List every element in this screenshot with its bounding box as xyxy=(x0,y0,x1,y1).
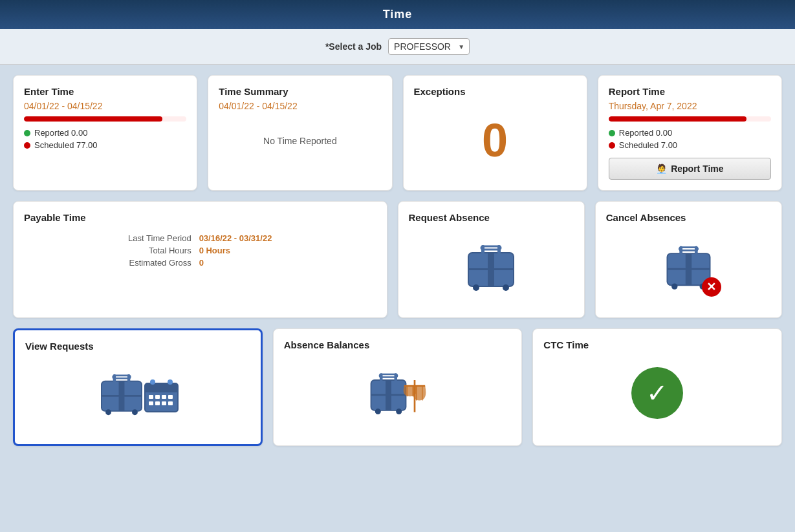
svg-rect-19 xyxy=(127,374,130,382)
cancel-absences-icon-group: ✕ xyxy=(661,240,716,294)
svg-rect-3 xyxy=(497,245,501,254)
app-title: Time xyxy=(383,8,413,21)
svg-rect-31 xyxy=(149,401,153,405)
top-row: Enter Time 04/01/22 - 04/15/22 Reported … xyxy=(13,75,782,191)
cancel-absences-title: Cancel Absences xyxy=(606,212,771,223)
report-time-card[interactable]: Report Time Thursday, Apr 7, 2022 Report… xyxy=(598,75,782,191)
job-select-bar: *Select a Job PROFESSOR xyxy=(0,29,795,65)
absence-balances-icon-area xyxy=(284,354,512,435)
svg-point-6 xyxy=(503,284,509,291)
svg-rect-10 xyxy=(679,246,682,255)
report-scheduled-dot xyxy=(609,142,615,149)
middle-row: Payable Time Last Time Period 03/16/22 -… xyxy=(13,201,782,318)
bottom-row: View Requests xyxy=(13,328,782,446)
enter-time-reported-row: Reported 0.00 xyxy=(24,128,186,138)
report-time-scheduled-row: Scheduled 7.00 xyxy=(609,140,771,150)
svg-rect-30 xyxy=(168,395,173,399)
scheduled-dot-red xyxy=(24,142,30,149)
absence-balances-icon xyxy=(368,367,426,422)
request-absence-icon-area xyxy=(409,227,574,304)
enter-time-date: 04/01/22 - 04/15/22 xyxy=(24,101,186,111)
enter-time-scheduled-label: Scheduled 77.00 xyxy=(34,140,98,150)
report-time-reported-row: Reported 0.00 xyxy=(609,128,771,138)
view-requests-calendar-icon xyxy=(144,378,179,414)
svg-point-21 xyxy=(105,409,111,415)
cancel-x-icon: ✕ xyxy=(706,280,716,294)
payable-time-card[interactable]: Payable Time Last Time Period 03/16/22 -… xyxy=(13,201,387,318)
enter-time-progress-fill xyxy=(24,116,162,122)
ctc-checkmark-icon: ✓ xyxy=(631,367,683,419)
report-time-button[interactable]: 🧑‍💼 Report Time xyxy=(609,158,771,180)
job-select-label: *Select a Job xyxy=(325,41,382,52)
cancel-absences-icon-area: ✕ xyxy=(606,227,771,307)
svg-rect-34 xyxy=(168,401,173,405)
ctc-time-title: CTC Time xyxy=(543,339,771,350)
no-time-reported-text: No Time Reported xyxy=(219,116,381,165)
enter-time-progress-bar xyxy=(24,116,186,122)
estimated-gross-label: Estimated Gross xyxy=(24,258,191,268)
request-absence-luggage-icon xyxy=(462,240,520,292)
cancel-absences-card[interactable]: Cancel Absences ✕ xyxy=(595,201,782,318)
enter-time-title: Enter Time xyxy=(24,86,186,97)
view-requests-card[interactable]: View Requests xyxy=(13,328,263,446)
ctc-time-card[interactable]: CTC Time ✓ xyxy=(532,328,782,446)
exceptions-count: 0 xyxy=(414,101,576,180)
report-time-scheduled-label: Scheduled 7.00 xyxy=(619,140,677,150)
svg-rect-15 xyxy=(667,268,710,270)
app-title-bar: Time xyxy=(0,0,795,29)
svg-rect-32 xyxy=(155,401,160,405)
main-content: Enter Time 04/01/22 - 04/15/22 Reported … xyxy=(0,65,795,467)
svg-point-43 xyxy=(397,409,402,414)
enter-time-card[interactable]: Enter Time 04/01/22 - 04/15/22 Reported … xyxy=(13,75,197,191)
svg-rect-40 xyxy=(395,373,398,381)
svg-point-13 xyxy=(671,283,677,289)
absence-balances-card[interactable]: Absence Balances xyxy=(273,328,523,446)
svg-rect-11 xyxy=(695,246,698,255)
svg-rect-29 xyxy=(162,395,166,399)
total-hours-value: 0 Hours xyxy=(199,246,376,255)
absence-balances-title: Absence Balances xyxy=(284,339,512,350)
payable-time-title: Payable Time xyxy=(24,212,376,223)
ctc-time-icon-area: ✓ xyxy=(543,354,771,432)
last-period-label: Last Time Period xyxy=(24,233,191,243)
report-time-reported-label: Reported 0.00 xyxy=(619,128,672,138)
job-select-dropdown[interactable]: PROFESSOR xyxy=(388,38,470,55)
svg-rect-28 xyxy=(155,395,160,399)
svg-rect-33 xyxy=(162,401,166,405)
report-time-button-label: Report Time xyxy=(671,164,723,174)
svg-rect-26 xyxy=(145,388,178,392)
report-time-progress-bar xyxy=(609,116,771,122)
ctc-checkmark-glyph: ✓ xyxy=(646,378,668,408)
report-time-progress-fill xyxy=(609,116,747,122)
report-time-button-icon: 🧑‍💼 xyxy=(656,164,667,174)
svg-rect-7 xyxy=(468,268,514,270)
view-requests-icon-area xyxy=(25,356,250,430)
svg-rect-2 xyxy=(481,245,485,254)
report-time-title: Report Time xyxy=(609,86,771,97)
view-requests-luggage-icon xyxy=(96,368,147,417)
request-absence-card[interactable]: Request Absence xyxy=(398,201,585,318)
payable-time-grid: Last Time Period 03/16/22 - 03/31/22 Tot… xyxy=(24,227,376,274)
report-reported-dot xyxy=(609,130,615,136)
svg-rect-27 xyxy=(149,395,153,399)
svg-point-42 xyxy=(375,409,381,414)
time-summary-date: 04/01/22 - 04/15/22 xyxy=(219,101,381,111)
estimated-gross-value: 0 xyxy=(199,258,376,268)
svg-rect-18 xyxy=(113,374,116,382)
report-time-date: Thursday, Apr 7, 2022 xyxy=(609,101,771,111)
last-period-value: 03/16/22 - 03/31/22 xyxy=(199,233,376,243)
job-select-wrapper[interactable]: PROFESSOR xyxy=(388,38,470,55)
total-hours-label: Total Hours xyxy=(24,246,191,255)
view-requests-title: View Requests xyxy=(25,341,250,352)
time-summary-card[interactable]: Time Summary 04/01/22 - 04/15/22 No Time… xyxy=(208,75,392,191)
enter-time-scheduled-row: Scheduled 77.00 xyxy=(24,140,186,150)
svg-point-5 xyxy=(473,284,479,291)
enter-time-reported-label: Reported 0.00 xyxy=(34,128,87,138)
exceptions-card[interactable]: Exceptions 0 xyxy=(403,75,587,191)
exceptions-title: Exceptions xyxy=(414,86,576,97)
svg-point-36 xyxy=(168,379,173,385)
cancel-x-badge: ✕ xyxy=(702,277,721,297)
reported-dot-green xyxy=(24,130,30,136)
svg-point-22 xyxy=(132,409,138,415)
svg-rect-23 xyxy=(102,395,142,397)
